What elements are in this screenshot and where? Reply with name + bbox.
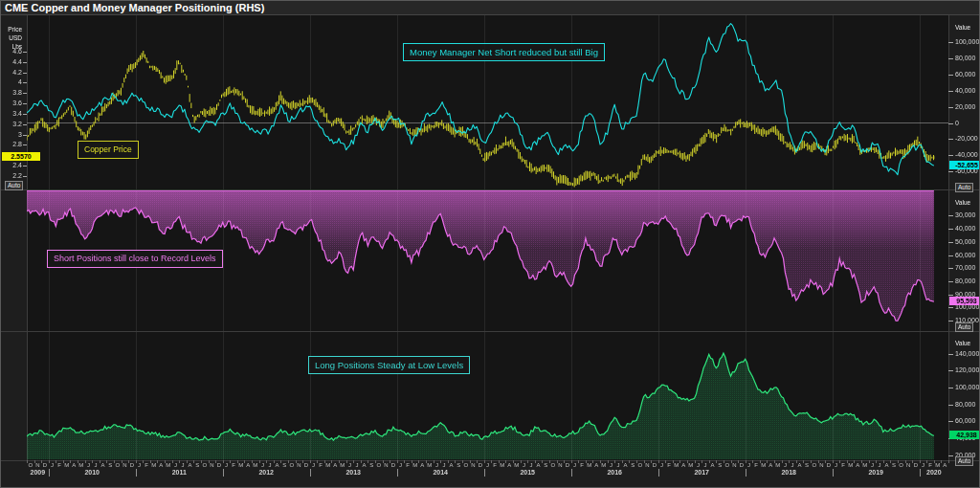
- value-axis-title: Value: [955, 24, 970, 32]
- copper-last-price-badge: 2.5570: [2, 152, 40, 161]
- price-axis-unit-line: Lbs: [1, 43, 22, 51]
- chart-plot-area[interactable]: [1, 1, 980, 488]
- chart-title: CME Copper and Money Manager Positioning…: [1, 1, 979, 15]
- net-position-value-badge: -52,655: [949, 161, 980, 169]
- value-axis-title: Value: [955, 340, 970, 347]
- copper-price-label: Copper Price: [78, 141, 139, 159]
- positioning-chart-window: CME Copper and Money Manager Positioning…: [0, 0, 980, 488]
- price-axis-unit-line: Price: [1, 26, 22, 33]
- auto-scale-button-price-axis[interactable]: Auto: [5, 181, 23, 190]
- annotation-net-short: Money Manager Net Short reduced but stil…: [403, 43, 605, 61]
- short-position-value-badge: 95,593: [949, 297, 980, 305]
- price-axis-unit-line: USD: [1, 34, 22, 42]
- auto-scale-button-short-axis[interactable]: Auto: [955, 322, 973, 332]
- annotation-short-positions: Short Positions still close to Record Le…: [47, 250, 223, 268]
- value-axis-title: Value: [955, 199, 970, 207]
- annotation-long-positions: Long Positions Steady at Low Levels: [308, 356, 470, 374]
- auto-scale-button-net-axis[interactable]: Auto: [955, 183, 973, 192]
- long-position-value-badge: 42,938: [949, 431, 980, 439]
- auto-scale-button-long-axis[interactable]: Auto: [955, 456, 973, 466]
